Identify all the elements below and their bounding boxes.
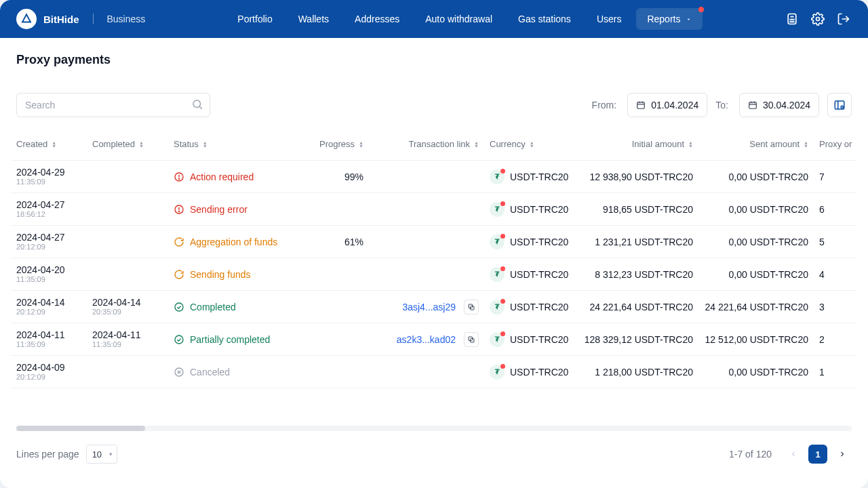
- currency-cell: ₮USDT-TRC20: [484, 300, 576, 314]
- proxy-cell: 3: [814, 302, 857, 312]
- columns-settings-button[interactable]: [827, 93, 852, 117]
- nav-item-users[interactable]: Users: [586, 8, 633, 30]
- created-cell: 2024-04-1111:35:09: [11, 329, 87, 350]
- initial-cell: 128 329,12 USDT-TRC20: [576, 334, 698, 345]
- status-icon: [174, 302, 184, 312]
- pager-page-1[interactable]: 1: [808, 445, 827, 464]
- svg-point-22: [841, 106, 843, 108]
- currency-cell: ₮USDT-TRC20: [484, 202, 576, 217]
- svg-point-7: [793, 22, 794, 22]
- brand-logo: [16, 9, 37, 29]
- sent-cell: 0,00 USDT-TRC20: [698, 269, 814, 280]
- column-header-initial[interactable]: Initial amount▲▼: [576, 139, 698, 149]
- initial-cell: 918,65 USDT-TRC20: [576, 204, 698, 215]
- usdt-icon: ₮: [490, 300, 505, 314]
- page-title: Proxy payments: [11, 53, 857, 67]
- table-header: Created▲▼Completed▲▼Status▲▼Progress▲▼Tr…: [11, 128, 857, 161]
- status-cell: Sending error: [168, 204, 304, 215]
- sort-icon: ▲▼: [530, 141, 534, 148]
- created-cell: 2024-04-2718:56:12: [11, 199, 87, 220]
- usdt-icon: ₮: [490, 202, 505, 217]
- column-header-currency[interactable]: Currency▲▼: [484, 139, 576, 149]
- sort-icon: ▲▼: [688, 141, 693, 148]
- usdt-icon: ₮: [490, 267, 505, 282]
- pager-prev-button[interactable]: [784, 445, 803, 464]
- copy-button[interactable]: [464, 300, 479, 314]
- table-row[interactable]: 2024-04-1420:12:092024-04-1420:35:09Comp…: [11, 291, 857, 323]
- usdt-icon: ₮: [490, 332, 505, 347]
- column-header-created[interactable]: Created▲▼: [11, 139, 87, 149]
- status-badge: Canceled: [174, 367, 230, 378]
- column-header-proxy[interactable]: Proxy or▲▼: [814, 139, 857, 149]
- created-cell: 2024-04-2720:12:09: [11, 232, 87, 252]
- proxy-cell: 4: [814, 269, 857, 280]
- usdt-icon: ₮: [490, 169, 505, 184]
- nav-item-reports[interactable]: Reports: [636, 8, 703, 30]
- table-row[interactable]: 2024-04-2011:35:09Sending funds₮USDT-TRC…: [11, 258, 857, 291]
- usdt-icon: ₮: [490, 235, 505, 249]
- created-cell: 2024-04-0920:12:09: [11, 362, 87, 382]
- completed-cell: 2024-04-1420:35:09: [87, 297, 168, 317]
- transaction-link[interactable]: 3asj4...asj29: [402, 302, 456, 312]
- logout-icon[interactable]: [835, 11, 852, 27]
- topbar: BitHide Business PortfolioWalletsAddress…: [0, 0, 868, 38]
- status-badge: Completed: [174, 302, 236, 312]
- initial-cell: 8 312,23 USDT-TRC20: [576, 269, 698, 280]
- horizontal-scrollbar[interactable]: [16, 426, 852, 431]
- nav-item-addresses[interactable]: Addresses: [344, 8, 410, 30]
- proxy-cell: 2: [814, 334, 857, 345]
- table-row[interactable]: 2024-04-2718:56:12Sending error₮USDT-TRC…: [11, 193, 857, 226]
- status-cell: Aggregation of funds: [168, 237, 304, 247]
- date-to-label: To:: [715, 100, 728, 110]
- pager-next-button[interactable]: [833, 445, 852, 464]
- table-row[interactable]: 2024-04-2720:12:09Aggregation of funds61…: [11, 226, 857, 258]
- currency-cell: ₮USDT-TRC20: [484, 365, 576, 380]
- date-from-label: From:: [592, 100, 617, 110]
- status-cell: Partially completed: [168, 334, 304, 345]
- sent-cell: 0,00 USDT-TRC20: [698, 171, 814, 182]
- nav-item-portfolio[interactable]: Portfolio: [226, 8, 283, 30]
- nav-item-auto-withdrawal[interactable]: Auto withdrawal: [414, 8, 503, 30]
- sent-cell: 24 221,64 USDT-TRC20: [698, 302, 814, 312]
- table-row[interactable]: 2024-04-0920:12:09Canceled₮USDT-TRC201 2…: [11, 356, 857, 388]
- svg-point-28: [178, 211, 179, 211]
- column-header-status[interactable]: Status▲▼: [168, 139, 304, 149]
- status-icon: [174, 237, 184, 247]
- svg-rect-16: [749, 102, 757, 108]
- table-row[interactable]: 2024-04-1111:35:092024-04-1111:35:09Part…: [11, 323, 857, 356]
- brand-name: BitHide: [43, 14, 79, 25]
- transaction-link[interactable]: as2k3...kad02: [397, 334, 456, 345]
- initial-cell: 1 231,21 USDT-TRC20: [576, 237, 698, 247]
- svg-rect-12: [637, 102, 645, 108]
- per-page-value: 10: [92, 449, 102, 460]
- nav-item-wallets[interactable]: Wallets: [288, 8, 340, 30]
- column-header-txlink[interactable]: Transaction link▲▼: [369, 139, 484, 149]
- svg-point-3: [792, 19, 793, 20]
- column-header-progress[interactable]: Progress▲▼: [304, 139, 369, 149]
- search-input[interactable]: [16, 93, 210, 117]
- topbar-icons: [784, 11, 852, 27]
- created-cell: 2024-04-2011:35:09: [11, 264, 87, 285]
- sort-icon: ▲▼: [856, 141, 857, 148]
- svg-point-5: [790, 22, 791, 22]
- status-cell: Sending funds: [168, 269, 304, 280]
- table-row[interactable]: 2024-04-2911:35:09Action required99%₮USD…: [11, 161, 857, 193]
- copy-button[interactable]: [464, 332, 479, 347]
- calculator-icon[interactable]: [784, 11, 800, 27]
- sent-cell: 0,00 USDT-TRC20: [698, 367, 814, 378]
- column-header-completed[interactable]: Completed▲▼: [87, 139, 168, 149]
- status-badge: Aggregation of funds: [174, 237, 277, 247]
- status-icon: [174, 204, 184, 215]
- per-page-select[interactable]: 10: [86, 445, 117, 464]
- date-from-picker[interactable]: 01.04.2024: [627, 93, 707, 117]
- date-to-picker[interactable]: 30.04.2024: [739, 93, 819, 117]
- brand-sub: Business: [107, 14, 146, 24]
- svg-point-4: [793, 19, 794, 20]
- scrollbar-thumb[interactable]: [16, 426, 145, 431]
- gear-icon[interactable]: [810, 11, 826, 27]
- date-from-value: 01.04.2024: [651, 100, 698, 110]
- status-badge: Sending error: [174, 204, 248, 215]
- column-header-sent[interactable]: Sent amount▲▼: [698, 139, 814, 149]
- nav-item-gas-stations[interactable]: Gas stations: [507, 8, 582, 30]
- status-cell: Completed: [168, 302, 304, 312]
